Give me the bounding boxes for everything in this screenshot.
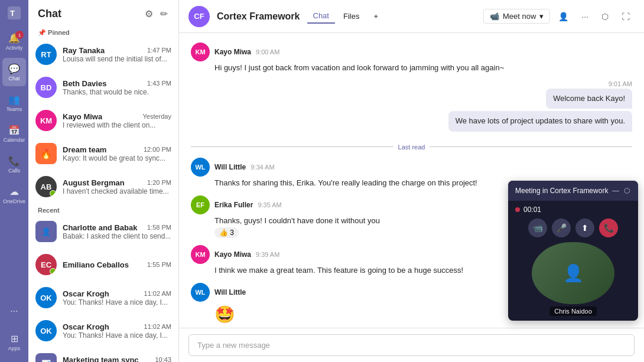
list-item[interactable]: BD Beth Davies 1:43 PM Thanks, that woul… bbox=[28, 71, 178, 104]
activity-badge: 1 bbox=[15, 31, 24, 39]
chevron-down-icon: ▾ bbox=[539, 12, 544, 21]
chat-info: Ray Tanaka 1:47 PM Louisa will send the … bbox=[63, 46, 171, 63]
popout-button[interactable]: ⬡ bbox=[597, 9, 613, 24]
meeting-video-button[interactable]: 📹 bbox=[528, 218, 547, 237]
meeting-expand-button[interactable]: ⬡ bbox=[623, 185, 631, 196]
group-avatar: 🔥 bbox=[35, 143, 57, 164]
more-options-button[interactable]: ··· bbox=[577, 9, 593, 24]
tab-files[interactable]: Files bbox=[337, 9, 365, 23]
avatar: WL bbox=[191, 158, 210, 177]
chat-info: Marketing team sync 10:43 I think Babak … bbox=[63, 356, 171, 363]
chat-info: Oscar Krogh 11:02 AM You: Thanks! Have a… bbox=[63, 289, 171, 306]
meeting-title: Meeting in Cortex Framework bbox=[515, 187, 608, 195]
pinned-section-label: 📌 Pinned bbox=[28, 25, 178, 38]
nav-item-more[interactable]: ··· bbox=[2, 297, 26, 325]
nav-item-teams[interactable]: 👥 Teams bbox=[2, 89, 26, 117]
avatar: OK bbox=[35, 287, 57, 308]
compose-button[interactable]: ✏ bbox=[159, 7, 169, 21]
more-apps-icon: ··· bbox=[10, 306, 18, 317]
meeting-video-area: 👤 Chris Naidoo bbox=[515, 242, 631, 316]
meeting-popup-header: Meeting in Cortex Framework — ⬡ bbox=[508, 181, 638, 201]
list-item[interactable]: EC Emiliano Ceballos 1:55 PM bbox=[28, 248, 178, 281]
sidebar-list: 📌 Pinned RT Ray Tanaka 1:47 PM Louisa wi… bbox=[28, 25, 178, 362]
chat-icon: 💬 bbox=[8, 63, 20, 74]
list-item[interactable]: 🔥 Dream team 12:00 PM Kayo: It would be … bbox=[28, 137, 178, 170]
meeting-popup: Meeting in Cortex Framework — ⬡ 00:01 📹 … bbox=[508, 181, 638, 321]
avatar: KM bbox=[191, 245, 210, 264]
meet-now-button[interactable]: 📹 Meet now ▾ bbox=[483, 9, 550, 24]
fullscreen-icon: ⛶ bbox=[622, 12, 630, 21]
chat-top-bar: CF Cortex Framework Chat Files + 📹 Meet … bbox=[179, 0, 644, 33]
list-item[interactable]: 👤 Charlotte and Babak 1:58 PM Babak: I a… bbox=[28, 215, 178, 248]
calls-icon: 📞 bbox=[8, 155, 20, 167]
participant-name: Chris Naidoo bbox=[549, 306, 597, 316]
chat-tabs: Chat Files + bbox=[307, 9, 385, 24]
list-item[interactable]: OK Oscar Krogh 11:02 AM You: Thanks! Hav… bbox=[28, 281, 178, 314]
participant-video: 👤 bbox=[532, 242, 614, 304]
list-item[interactable]: 📊 Marketing team sync 10:43 I think Baba… bbox=[28, 347, 178, 362]
avatar: KM bbox=[35, 110, 57, 131]
chat-title: Cortex Framework bbox=[217, 11, 300, 22]
meet-now-label: Meet now bbox=[503, 12, 536, 21]
sidebar-header: Chat ⚙ ✏ bbox=[28, 0, 178, 25]
recent-section-label: Recent bbox=[28, 203, 178, 215]
avatar: RT bbox=[35, 44, 57, 65]
participants-button[interactable]: 👤 bbox=[554, 9, 573, 24]
avatar: AB bbox=[35, 176, 57, 197]
chat-info: Dream team 12:00 PM Kayo: It would be gr… bbox=[63, 145, 171, 162]
message-text: Hi guys! I just got back from vacation a… bbox=[214, 63, 632, 73]
calendar-icon: 📅 bbox=[8, 125, 20, 136]
list-item[interactable]: RT Ray Tanaka 1:47 PM Louisa will send t… bbox=[28, 38, 178, 71]
list-item[interactable]: OK Oscar Krogh 11:02 AM You: Thanks! Hav… bbox=[28, 314, 178, 347]
timer-display: 00:01 bbox=[523, 206, 541, 214]
main-chat-area: CF Cortex Framework Chat Files + 📹 Meet … bbox=[179, 0, 644, 362]
sidebar-action-buttons: ⚙ ✏ bbox=[144, 7, 169, 21]
chat-info: August Bergman 1:20 PM I haven't checked… bbox=[63, 178, 171, 195]
nav-item-onedrive[interactable]: ☁ OneDrive bbox=[2, 181, 26, 209]
nav-item-calendar[interactable]: 📅 Calendar bbox=[2, 119, 26, 148]
apps-icon: ⊞ bbox=[11, 333, 18, 344]
chat-info: Oscar Krogh 11:02 AM You: Thanks! Have a… bbox=[63, 322, 171, 340]
chat-info: Charlotte and Babak 1:58 PM Babak: I ask… bbox=[63, 223, 171, 240]
nav-item-activity[interactable]: 🔔 Activity 1 bbox=[2, 27, 26, 56]
group-chat-avatar: CF bbox=[188, 6, 210, 27]
avatar: WL bbox=[191, 283, 210, 302]
message-text: We have lots of project updates to share… bbox=[448, 111, 632, 131]
left-nav: T 🔔 Activity 1 💬 Chat 👥 Teams 📅 Calendar… bbox=[0, 0, 28, 362]
participants-icon: 👤 bbox=[558, 12, 568, 21]
meeting-body: 00:01 📹 🎤 ⬆ 📞 👤 Chris Naidoo bbox=[508, 201, 638, 321]
fullscreen-button[interactable]: ⛶ bbox=[617, 9, 635, 24]
nav-item-calls[interactable]: 📞 Calls bbox=[2, 150, 26, 178]
filter-button[interactable]: ⚙ bbox=[144, 7, 154, 21]
meeting-end-button[interactable]: 📞 bbox=[599, 218, 618, 237]
message-text: Welcome back Kayo! bbox=[546, 89, 632, 109]
top-bar-actions: 📹 Meet now ▾ 👤 ··· ⬡ ⛶ bbox=[483, 9, 635, 24]
nav-item-apps[interactable]: ⊞ Apps bbox=[2, 328, 26, 356]
meeting-actions: 📹 🎤 ⬆ 📞 bbox=[528, 218, 618, 237]
chat-info: Beth Davies 1:43 PM Thanks, that would b… bbox=[63, 79, 171, 96]
meeting-timer: 00:01 bbox=[515, 206, 631, 214]
avatar: OK bbox=[35, 320, 57, 341]
message-input-area: Type a new message bbox=[179, 328, 644, 362]
chat-info: Emiliano Ceballos 1:55 PM bbox=[63, 260, 171, 269]
meeting-minimize-button[interactable]: — bbox=[611, 185, 620, 196]
message-input[interactable]: Type a new message bbox=[188, 334, 635, 356]
nav-item-chat[interactable]: 💬 Chat bbox=[2, 58, 26, 86]
message-group: KM Kayo Miwa 9:00 AM Hi guys! I just got… bbox=[191, 43, 632, 73]
more-icon: ··· bbox=[581, 12, 588, 21]
avatar: KM bbox=[191, 43, 210, 61]
reaction-chip[interactable]: 👍 3 bbox=[214, 227, 239, 238]
add-tab-button[interactable]: + bbox=[367, 9, 384, 23]
list-item[interactable]: KM Kayo Miwa Yesterday I reviewed with t… bbox=[28, 104, 178, 137]
avatar: BD bbox=[35, 77, 57, 98]
group-avatar: 📊 bbox=[35, 353, 57, 362]
svg-text:T: T bbox=[10, 9, 15, 18]
meeting-share-button[interactable]: ⬆ bbox=[575, 218, 594, 237]
teams-icon: 👥 bbox=[8, 94, 20, 105]
message-group: Welcome back Kayo! bbox=[546, 89, 632, 109]
meeting-mic-button[interactable]: 🎤 bbox=[552, 218, 571, 237]
chat-info: Kayo Miwa Yesterday I reviewed with the … bbox=[63, 112, 171, 129]
app-logo: T bbox=[6, 5, 22, 21]
tab-chat[interactable]: Chat bbox=[307, 9, 335, 24]
list-item[interactable]: AB August Bergman 1:20 PM I haven't chec… bbox=[28, 170, 178, 203]
